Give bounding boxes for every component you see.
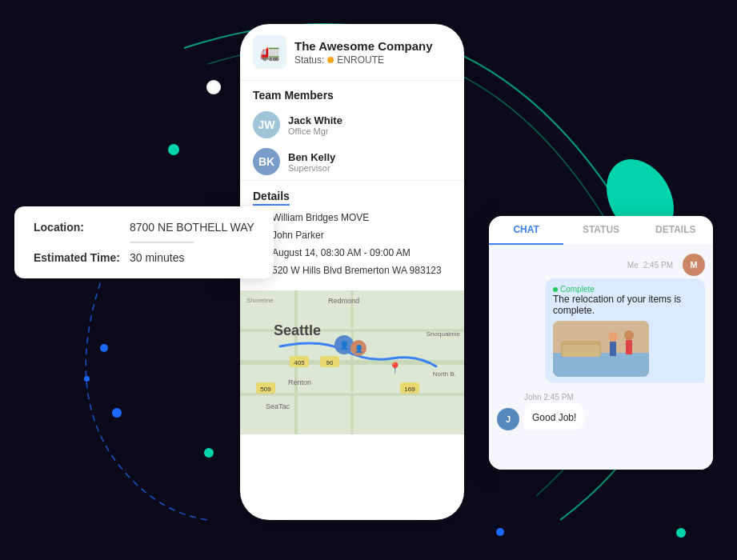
avatar-me: M [683,254,705,276]
detail-address: 📍 520 W Hills Blvd Bremerton WA 983123 [253,265,451,277]
chat-message-john: J John 2:45 PM Good Job! [497,393,705,430]
details-title: Details [253,190,290,206]
svg-text:90: 90 [326,359,334,366]
dot-blue-2 [84,376,90,382]
dot-teal-3 [676,528,686,538]
john-sender: John [524,393,542,402]
map-label-shoreline: Shoreline [246,297,274,304]
svg-point-24 [608,332,618,342]
map-area: 509 405 90 169 📍 👤 👤 Shoreline [240,290,464,434]
complete-text: Complete [560,285,595,294]
dot-white [206,80,221,94]
status-label: Status: [294,54,324,66]
chat-bubble-john: Good Job! [524,403,584,430]
member-role-ben: Supervisor [288,163,335,173]
complete-dot [553,287,558,292]
status-value: ENROUTE [337,54,384,66]
company-name: The Awesome Company [294,39,433,53]
map-label-seattle: Seattle [274,322,321,339]
dot-blue-1 [100,344,108,352]
me-sender: Me [627,261,639,270]
chat-text-me: The relocation of your items is complete… [553,294,697,316]
john-time: 2:45 PM [543,393,573,402]
svg-rect-25 [610,342,616,356]
svg-text:509: 509 [260,386,271,393]
avatar-ben: BK [253,148,280,175]
map-label-northb: North B. [433,370,456,378]
map-label-snoqualmie: Snoqualmie [427,330,460,338]
svg-text:405: 405 [294,359,305,366]
tab-chat[interactable]: CHAT [489,216,563,245]
detail-move-text: William Bridges MOVE [272,212,369,223]
time-label: Estimated Time: [34,251,130,264]
detail-date-text: August 14, 08:30 AM - 09:00 AM [272,247,411,258]
company-header: 🚛 The Awesome Company Status: ENROUTE [240,24,464,81]
avatar-jack: JW [253,111,280,138]
chat-image-movers [553,321,649,377]
chat-text-john: Good Job! [532,412,576,423]
map-label-redmond: Redmond [328,297,359,305]
member-name-jack: Jack White [288,114,342,126]
team-member-jack: JW Jack White Office Mgr [240,106,464,143]
svg-text:📍: 📍 [388,362,403,375]
time-value: 30 minutes [130,251,184,264]
member-role-jack: Office Mgr [288,126,342,136]
chat-message-me: Me 2:45 PM M Complete The relocation of … [497,254,705,383]
chat-body: Me 2:45 PM M Complete The relocation of … [489,246,713,470]
detail-contact: 👤 John Parker [253,230,451,242]
svg-text:👤: 👤 [354,344,364,354]
tab-status[interactable]: STATUS [563,216,638,245]
svg-text:169: 169 [404,386,415,393]
tab-details[interactable]: DETAILS [639,216,713,245]
dot-blue-4 [496,528,504,536]
detail-date: 📅 August 14, 08:30 AM - 09:00 AM [253,247,451,259]
chat-tabs: CHAT STATUS DETAILS [489,216,713,246]
dot-teal-2 [204,448,214,458]
company-logo: 🚛 [253,35,286,69]
details-section: Details ☆ William Bridges MOVE 👤 John Pa… [240,180,464,290]
detail-contact-text: John Parker [272,230,324,241]
dot-teal-1 [168,144,179,155]
chat-meta-me: Me 2:45 PM M [627,254,705,276]
me-time: 2:45 PM [643,261,673,270]
chat-meta-john: John 2:45 PM [524,393,584,402]
svg-rect-27 [626,340,632,354]
location-value: 8700 NE BOTHELL WAY [130,221,254,234]
company-status: Status: ENROUTE [294,54,433,66]
team-section-title: Team Members [240,81,464,106]
team-member-ben: BK Ben Kelly Supervisor [240,143,464,180]
svg-text:👤: 👤 [339,340,350,350]
avatar-john: J [497,408,519,430]
dot-blue-3 [112,408,122,418]
status-dot [327,57,334,63]
chat-panel: CHAT STATUS DETAILS Me 2:45 PM M Complet… [489,216,713,470]
location-label: Location: [34,221,130,234]
svg-rect-23 [563,345,599,357]
svg-point-26 [624,330,634,340]
info-divider [130,242,194,243]
info-card: Location: 8700 NE BOTHELL WAY Estimated … [14,206,274,278]
complete-badge: Complete [553,285,697,294]
phone-mockup: 🚛 The Awesome Company Status: ENROUTE Te… [240,24,464,520]
detail-address-text: 520 W Hills Blvd Bremerton WA 983123 [272,265,442,276]
detail-move: ☆ William Bridges MOVE [253,212,451,224]
map-label-renton: Renton [288,378,311,386]
member-name-ben: Ben Kelly [288,151,335,163]
map-label-seatac: SeaTac [266,402,290,410]
chat-bubble-me: Complete The relocation of your items is… [545,278,705,383]
